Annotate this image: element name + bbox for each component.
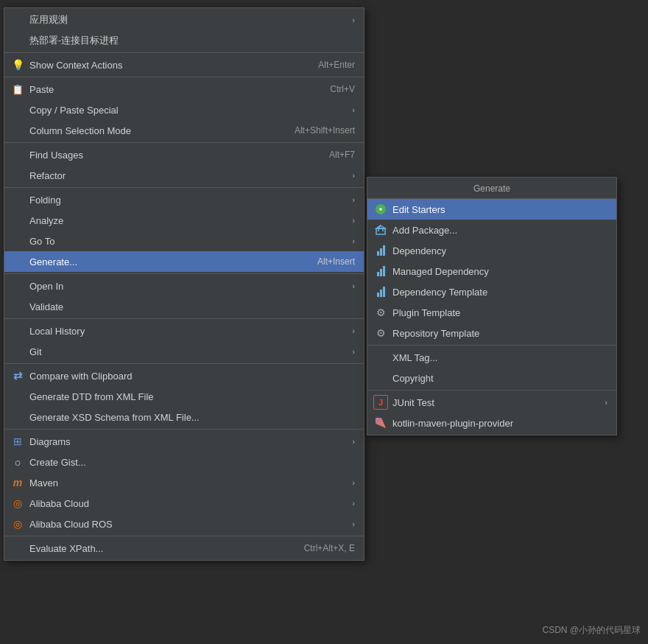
shortcut-find-usages: Alt+F7 <box>329 150 355 160</box>
menu-item-analyze[interactable]: Analyze › <box>4 210 364 231</box>
separator-3 <box>4 142 364 143</box>
menu-label-local-history: Local History <box>29 326 345 337</box>
empty-icon-xml <box>373 350 388 365</box>
menu-item-dtd[interactable]: Generate DTD from XML File <box>4 386 364 407</box>
submenu-label-managed-dependency: Managed Dependency <box>392 266 608 277</box>
menu-label-alibaba-cloud-ros: Alibaba Cloud ROS <box>29 519 345 530</box>
arrow-icon: › <box>352 15 355 24</box>
empty-icon4 <box>10 123 25 138</box>
junit-icon: J <box>373 395 388 410</box>
submenu-item-managed-dependency[interactable]: Managed Dependency <box>367 261 616 281</box>
menu-item-column-selection[interactable]: Column Selection Mode Alt+Shift+Insert <box>4 120 364 141</box>
submenu-title: Generate <box>367 179 616 199</box>
context-menu[interactable]: 应用观测 › 热部署-连接目标进程 Show Context Actions A… <box>4 7 364 561</box>
empty-icon13 <box>10 323 25 338</box>
menu-item-git[interactable]: Git › <box>4 341 364 362</box>
repository-icon: ⚙ <box>373 326 388 340</box>
empty-icon14 <box>10 344 25 359</box>
submenu-generate[interactable]: Generate Edit Starters Add Package... <box>367 177 617 435</box>
arrow-icon3: › <box>352 171 355 180</box>
submenu-item-dependency[interactable]: Dependency <box>367 240 616 261</box>
menu-label-open-in: Open In <box>29 281 345 292</box>
menu-item-compare-clipboard[interactable]: ⇄ Compare with Clipboard <box>4 365 364 386</box>
menu-item-generate[interactable]: Generate... Alt+Insert <box>4 251 364 272</box>
menu-label-compare-clipboard: Compare with Clipboard <box>29 371 355 382</box>
menu-item-alibaba-cloud[interactable]: ◎ Alibaba Cloud › <box>4 493 364 514</box>
menu-item-rebuhu[interactable]: 热部署-连接目标进程 <box>4 30 364 51</box>
paste-icon: 📋 <box>10 82 25 97</box>
menu-item-evaluate-xpath[interactable]: Evaluate XPath... Ctrl+Alt+X, E <box>4 538 364 559</box>
separator-8 <box>4 429 364 430</box>
menu-label-goto: Go To <box>29 236 345 247</box>
shortcut-context-actions: Alt+Enter <box>318 60 355 70</box>
empty-icon15 <box>10 389 25 404</box>
menu-item-find-usages[interactable]: Find Usages Alt+F7 <box>4 144 364 165</box>
empty-icon17 <box>10 541 25 556</box>
menu-item-maven[interactable]: m Maven › <box>4 472 364 493</box>
menu-item-xsd[interactable]: Generate XSD Schema from XML File... <box>4 407 364 427</box>
submenu-item-repository-template[interactable]: ⚙ Repository Template <box>367 323 616 343</box>
separator-9 <box>4 536 364 536</box>
plugin-icon: ⚙ <box>373 305 388 320</box>
submenu-item-junit-test[interactable]: J JUnit Test › <box>367 392 616 413</box>
menu-item-refactor[interactable]: Refactor › <box>4 165 364 186</box>
submenu-label-copyright: Copyright <box>392 373 608 384</box>
submenu-separator-1 <box>367 345 616 346</box>
menu-label-column-selection: Column Selection Mode <box>29 125 280 136</box>
submenu-label-add-package: Add Package... <box>392 225 608 236</box>
separator-2 <box>4 77 364 77</box>
empty-icon11 <box>10 279 25 293</box>
menu-item-validate[interactable]: Validate <box>4 296 364 317</box>
alibaba-icon: ◎ <box>10 496 25 511</box>
submenu-label-junit-test: JUnit Test <box>392 397 597 408</box>
menu-item-goto[interactable]: Go To › <box>4 231 364 251</box>
arrow-icon13: › <box>352 519 355 528</box>
arrow-icon7: › <box>352 281 355 290</box>
menu-item-open-in[interactable]: Open In › <box>4 276 364 296</box>
svg-point-1 <box>379 208 382 211</box>
compare-icon: ⇄ <box>10 368 25 383</box>
menu-label-paste: Paste <box>29 84 315 95</box>
dependency-template-icon <box>373 284 388 299</box>
menu-label-generate: Generate... <box>29 256 303 267</box>
submenu-item-copyright[interactable]: Copyright <box>367 368 616 388</box>
menu-item-alibaba-cloud-ros[interactable]: ◎ Alibaba Cloud ROS › <box>4 514 364 534</box>
github-icon: ○ <box>10 455 25 469</box>
menu-label-git: Git <box>29 346 345 357</box>
alibaba-ros-icon: ◎ <box>10 517 25 531</box>
empty-icon6 <box>10 168 25 183</box>
submenu-label-plugin-template: Plugin Template <box>392 307 608 318</box>
arrow-icon6: › <box>352 237 355 245</box>
submenu-item-edit-starters[interactable]: Edit Starters <box>367 199 616 220</box>
submenu-item-kotlin-maven[interactable]: kotlin-maven-plugin-provider <box>367 413 616 433</box>
menu-label-find-usages: Find Usages <box>29 150 314 161</box>
menu-item-create-gist[interactable]: ○ Create Gist... <box>4 452 364 472</box>
submenu-label-kotlin-maven: kotlin-maven-plugin-provider <box>392 418 608 429</box>
arrow-icon9: › <box>352 347 355 356</box>
menu-item-diagrams[interactable]: ⊞ Diagrams › <box>4 431 364 452</box>
menu-label-context-actions: Show Context Actions <box>29 60 303 71</box>
shortcut-evaluate-xpath: Ctrl+Alt+X, E <box>304 543 355 553</box>
empty-icon5 <box>10 147 25 162</box>
submenu-item-dependency-template[interactable]: Dependency Template <box>367 281 616 302</box>
arrow-icon5: › <box>352 216 355 225</box>
menu-item-context-actions[interactable]: Show Context Actions Alt+Enter <box>4 55 364 75</box>
empty-icon-copyright <box>373 371 388 385</box>
separator-7 <box>4 363 364 364</box>
menu-label-copy-paste: Copy / Paste Special <box>29 105 345 116</box>
empty-icon16 <box>10 410 25 424</box>
menu-item-folding[interactable]: Folding › <box>4 189 364 210</box>
submenu-item-plugin-template[interactable]: ⚙ Plugin Template <box>367 302 616 323</box>
menu-item-local-history[interactable]: Local History › <box>4 321 364 341</box>
menu-item-paste[interactable]: 📋 Paste Ctrl+V <box>4 79 364 99</box>
submenu-item-xml-tag[interactable]: XML Tag... <box>367 347 616 368</box>
menu-label-diagrams: Diagrams <box>29 436 345 447</box>
menu-label-evaluate-xpath: Evaluate XPath... <box>29 543 289 554</box>
menu-item-yingyong[interactable]: 应用观测 › <box>4 10 364 30</box>
submenu-item-add-package[interactable]: Add Package... <box>367 220 616 240</box>
bulb-icon <box>10 57 25 72</box>
empty-icon9 <box>10 234 25 248</box>
empty-icon <box>10 13 25 27</box>
kotlin-icon <box>373 416 388 430</box>
menu-item-copy-paste[interactable]: Copy / Paste Special › <box>4 99 364 120</box>
